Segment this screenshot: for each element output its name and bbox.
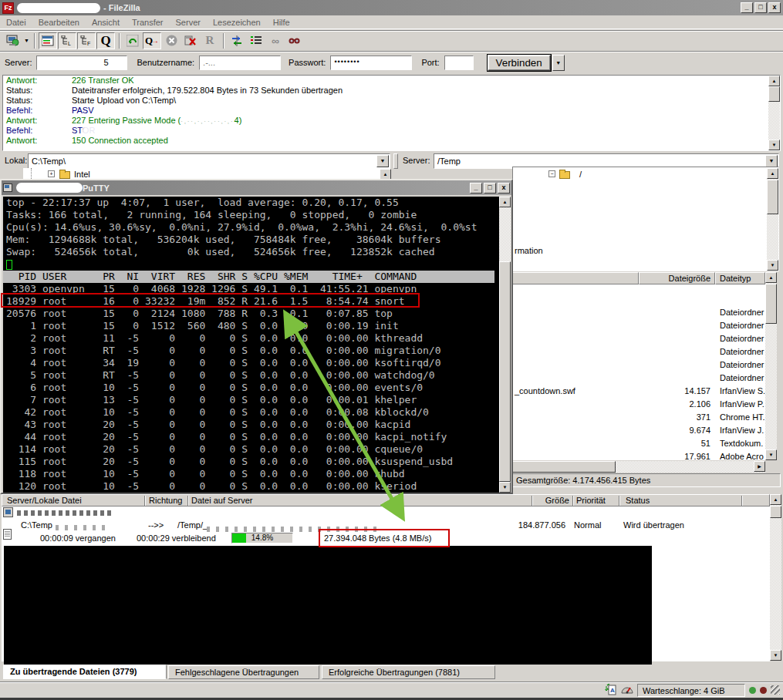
username-input[interactable]: .-... — [199, 56, 281, 70]
file-row[interactable]: 9.674 IrfanView J. — [512, 424, 765, 437]
scroll-down-icon[interactable]: ▼ — [768, 140, 780, 150]
file-list-scrollbar-thumb[interactable] — [765, 284, 777, 324]
queue-column-size[interactable]: Größe — [532, 496, 569, 505]
queue-scrollbar-thumb[interactable] — [770, 506, 781, 518]
toggle-remote-tree-icon[interactable]: F — [77, 32, 96, 49]
queue-scrollbar[interactable]: ▲ ▼ — [770, 494, 781, 661]
scroll-up-icon[interactable]: ▲ — [767, 168, 778, 179]
menu-item[interactable]: Bearbeiten — [32, 16, 86, 29]
queue-remote-file[interactable]: /Temp/_ — [177, 520, 208, 530]
resize-grip[interactable] — [771, 685, 780, 695]
scroll-down-icon[interactable]: ▼ — [765, 449, 777, 460]
scroll-down-icon[interactable]: ▼ — [770, 650, 781, 661]
tree-expander-icon[interactable]: − — [548, 170, 555, 177]
file-list-hscrollbar[interactable]: ▶ — [512, 461, 765, 473]
site-manager-dropdown-icon[interactable]: ▼ — [22, 32, 31, 49]
scroll-up-icon[interactable]: ▲ — [765, 272, 777, 283]
local-path-combo[interactable]: C:\Temp\ ▼ — [28, 153, 390, 169]
terminal-cursor — [6, 260, 12, 270]
toggle-queue-icon[interactable]: Q — [96, 32, 115, 49]
password-input[interactable]: •••••••• — [330, 56, 412, 70]
cancel-operation-icon[interactable] — [162, 32, 181, 49]
disconnect-icon[interactable] — [181, 32, 200, 49]
remote-tree-root[interactable]: / — [579, 170, 582, 179]
file-row[interactable]: Dateiordner — [512, 306, 765, 319]
menu-item[interactable]: Hilfe — [267, 16, 296, 29]
filter-icon[interactable] — [247, 32, 265, 49]
log-scrollbar[interactable]: ▲ ▼ — [768, 76, 780, 150]
menu-item[interactable]: Datei — [0, 16, 32, 29]
putty-scrollbar[interactable]: ▲ ▼ — [499, 197, 511, 493]
transfer-type-icon[interactable]: A — [605, 684, 617, 696]
file-row[interactable]: 371 Chrome HT. — [512, 411, 765, 424]
file-row[interactable]: Dateiordner — [512, 372, 765, 385]
file-row[interactable]: _countdown.swf 14.157 IrfanView S. — [512, 385, 765, 398]
toggle-local-tree-icon[interactable]: L — [58, 32, 76, 49]
menu-item[interactable]: Lesezeichen — [207, 16, 267, 29]
tab-successful-transfers[interactable]: Erfolgreiche Übertragungen (7881) — [322, 665, 495, 679]
port-input[interactable] — [444, 56, 474, 70]
file-list-hscrollbar-thumb[interactable] — [512, 461, 616, 473]
log-scrollbar-thumb[interactable] — [768, 86, 780, 102]
queue-local-file[interactable]: C:\Temp — [21, 520, 52, 530]
remote-tree-item-fragment[interactable]: rmation — [515, 246, 543, 255]
putty-scrollbar-thumb[interactable] — [499, 261, 511, 482]
server-input[interactable]: 5 — [36, 56, 127, 70]
maximize-button[interactable]: □ — [754, 2, 767, 13]
remote-tree-scrollbar[interactable]: ▲ ▼ — [767, 168, 778, 271]
menu-item[interactable]: Ansicht — [86, 16, 126, 29]
column-header-size[interactable]: Dateigröße — [639, 272, 715, 284]
scroll-down-icon[interactable]: ▼ — [499, 482, 511, 493]
toggle-message-log-icon[interactable] — [39, 32, 57, 49]
queue-column-local[interactable]: Server/Lokale Datei — [7, 496, 82, 505]
putty-maximize-button[interactable]: □ — [484, 183, 496, 194]
scroll-up-icon[interactable]: ▲ — [770, 494, 781, 505]
process-queue-icon[interactable]: Q→ — [143, 32, 161, 49]
file-row[interactable]: Dateiordner — [512, 319, 765, 332]
remote-tree-scrollbar-thumb[interactable] — [767, 180, 778, 214]
file-row[interactable]: Dateiordner — [512, 332, 765, 345]
file-row[interactable]: 51 Textdokum. — [512, 437, 765, 450]
tab-failed-transfers[interactable]: Fehlgeschlagene Übertragungen — [168, 665, 319, 679]
scroll-up-icon[interactable]: ▲ — [380, 169, 391, 180]
column-header-type[interactable]: Dateityp — [715, 272, 765, 284]
quickconnect-bar: Server: 5 Benutzername: .-... Passwort: … — [0, 51, 783, 73]
file-list-scrollbar[interactable]: ▲ ▼ — [765, 272, 777, 460]
site-manager-icon[interactable] — [3, 32, 22, 49]
putty-close-button[interactable]: x — [498, 183, 510, 194]
scroll-right-icon[interactable]: ▶ — [754, 461, 765, 472]
menu-item[interactable]: Server — [170, 16, 207, 29]
queue-column-priority[interactable]: Priorität — [576, 496, 606, 505]
file-row[interactable]: Dateiordner — [512, 345, 765, 358]
local-tree-item[interactable]: Intel — [74, 170, 90, 179]
close-button[interactable]: x — [768, 2, 781, 13]
tab-queued-files[interactable]: Zu übertragende Dateien (3779) — [3, 665, 167, 679]
directory-comparison-icon[interactable] — [228, 32, 246, 49]
pane-divider[interactable] — [393, 153, 398, 169]
file-row[interactable]: Dateiordner — [512, 358, 765, 372]
refresh-icon[interactable] — [123, 32, 142, 49]
menu-item[interactable]: Transfer — [126, 16, 170, 29]
reconnect-icon[interactable]: R — [201, 32, 219, 49]
combo-dropdown-icon[interactable]: ▼ — [376, 155, 389, 167]
connect-button[interactable]: Verbinden — [488, 55, 551, 71]
queue-column-direction[interactable]: Richtung — [149, 496, 182, 505]
connect-dropdown-icon[interactable]: ▼ — [552, 55, 565, 71]
password-label: Passwort: — [289, 58, 326, 67]
queue-column-remote[interactable]: Datei auf Server — [191, 496, 252, 505]
terminal[interactable]: top - 22:17:37 up 4:07, 1 user, load ave… — [3, 197, 499, 493]
minimize-button[interactable]: _ — [741, 2, 753, 13]
file-row[interactable]: 2.106 IrfanView P. — [512, 398, 765, 411]
putty-minimize-button[interactable]: _ — [470, 183, 482, 194]
speed-limit-icon[interactable] — [621, 684, 633, 696]
scroll-up-icon[interactable]: ▲ — [499, 197, 511, 207]
column-header-name[interactable] — [512, 272, 639, 284]
tree-expander-icon[interactable]: + — [48, 170, 55, 177]
synchronized-browsing-icon[interactable]: ∞ — [266, 32, 285, 49]
search-icon[interactable] — [285, 32, 304, 49]
queue-column-status[interactable]: Status — [626, 496, 650, 505]
combo-dropdown-icon[interactable]: ▼ — [765, 155, 778, 167]
title-bar: Fz - FileZilla _ □ x — [0, 0, 783, 15]
scroll-down-icon[interactable]: ▼ — [767, 260, 778, 271]
scroll-up-icon[interactable]: ▲ — [768, 76, 780, 86]
